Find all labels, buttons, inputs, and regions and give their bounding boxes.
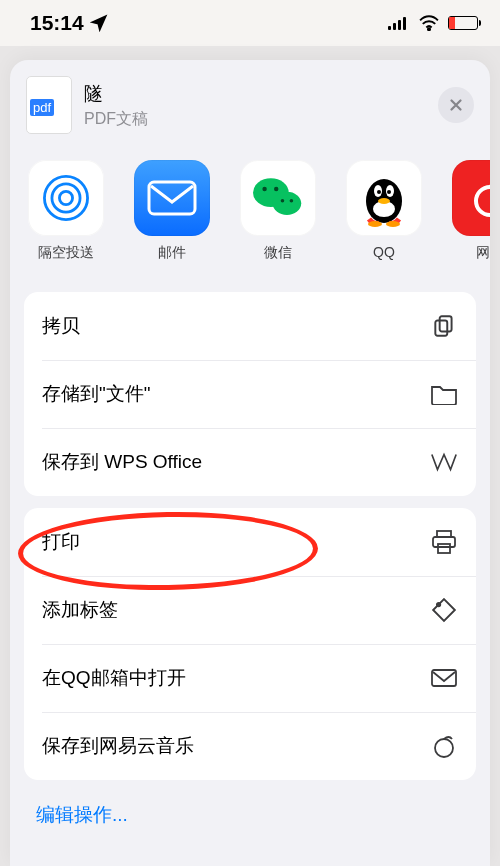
status-time: 15:14 <box>30 11 84 35</box>
svg-rect-2 <box>398 20 401 30</box>
svg-point-20 <box>387 190 391 194</box>
action-label: 保存到网易云音乐 <box>42 733 194 759</box>
svg-point-32 <box>435 739 453 757</box>
close-button[interactable] <box>438 87 474 123</box>
mail-app-icon <box>147 180 197 216</box>
tag-icon <box>430 596 458 624</box>
action-copy[interactable]: 拷贝 <box>24 292 476 360</box>
file-subtitle: PDF文稿 <box>84 109 148 130</box>
share-sheet: pdf 隧 PDF文稿 隔空投送 <box>10 60 490 866</box>
app-label: 微信 <box>264 244 292 262</box>
action-print[interactable]: 打印 <box>24 508 476 576</box>
svg-point-6 <box>52 184 80 212</box>
mail-icon <box>430 664 458 692</box>
sheet-header: pdf 隧 PDF文稿 <box>10 60 490 148</box>
app-wechat[interactable]: 微信 <box>240 160 316 262</box>
action-group-2: 打印 添加标签 在QQ邮箱中打开 <box>24 508 476 780</box>
app-mail[interactable]: 邮件 <box>134 160 210 262</box>
svg-point-23 <box>386 221 400 227</box>
svg-rect-8 <box>149 182 195 214</box>
file-thumbnail: pdf <box>26 76 72 134</box>
svg-point-19 <box>377 190 381 194</box>
svg-point-22 <box>368 221 382 227</box>
app-qq[interactable]: QQ <box>346 160 422 262</box>
edit-actions-link[interactable]: 编辑操作... <box>10 780 490 858</box>
action-label: 拷贝 <box>42 313 80 339</box>
svg-point-12 <box>274 187 278 191</box>
svg-point-13 <box>281 199 285 203</box>
svg-rect-31 <box>432 670 456 686</box>
app-label: 隔空投送 <box>38 244 94 262</box>
svg-rect-27 <box>437 531 451 537</box>
app-airdrop[interactable]: 隔空投送 <box>28 160 104 262</box>
action-label: 添加标签 <box>42 597 118 623</box>
qq-icon <box>357 169 411 227</box>
airdrop-icon <box>36 168 96 228</box>
wps-icon <box>430 448 458 476</box>
copy-icon <box>430 312 458 340</box>
svg-rect-25 <box>440 316 452 331</box>
location-icon <box>90 14 108 32</box>
svg-rect-1 <box>393 23 396 30</box>
svg-rect-3 <box>403 17 406 30</box>
action-save-to-netease-music[interactable]: 保存到网易云音乐 <box>24 712 476 780</box>
action-label: 存储到"文件" <box>42 381 151 407</box>
svg-point-4 <box>428 28 430 30</box>
svg-point-21 <box>378 198 390 204</box>
action-group-1: 拷贝 存储到"文件" 保存到 WPS Office <box>24 292 476 496</box>
app-label: QQ <box>373 244 395 260</box>
action-add-tags[interactable]: 添加标签 <box>24 576 476 644</box>
action-label: 在QQ邮箱中打开 <box>42 665 186 691</box>
close-icon <box>447 96 465 114</box>
wifi-icon <box>418 15 440 31</box>
app-netease[interactable]: 网易 <box>452 160 490 262</box>
svg-rect-29 <box>438 544 450 553</box>
svg-rect-0 <box>388 26 391 30</box>
status-bar: 15:14 <box>0 0 500 46</box>
file-ext-badge: pdf <box>30 99 54 116</box>
battery-icon <box>448 16 478 30</box>
action-open-in-qqmail[interactable]: 在QQ邮箱中打开 <box>24 644 476 712</box>
svg-point-5 <box>59 191 72 204</box>
wechat-icon <box>249 173 307 223</box>
svg-point-24 <box>476 187 490 215</box>
action-label: 打印 <box>42 529 80 555</box>
folder-icon <box>430 380 458 408</box>
svg-rect-26 <box>435 321 447 336</box>
action-label: 保存到 WPS Office <box>42 449 202 475</box>
netease-icon <box>430 732 458 760</box>
file-title: 隧 <box>84 81 148 107</box>
signal-icon <box>388 16 410 30</box>
svg-rect-28 <box>433 537 455 547</box>
printer-icon <box>430 528 458 556</box>
app-label: 网易 <box>476 244 490 262</box>
svg-point-14 <box>290 199 294 203</box>
action-save-to-wps[interactable]: 保存到 WPS Office <box>24 428 476 496</box>
svg-point-10 <box>273 192 302 215</box>
svg-point-11 <box>262 187 266 191</box>
action-save-to-files[interactable]: 存储到"文件" <box>24 360 476 428</box>
app-share-row[interactable]: 隔空投送 邮件 微信 <box>10 148 490 280</box>
netease-app-icon <box>467 175 490 221</box>
edit-actions-label: 编辑操作... <box>36 804 128 825</box>
app-label: 邮件 <box>158 244 186 262</box>
